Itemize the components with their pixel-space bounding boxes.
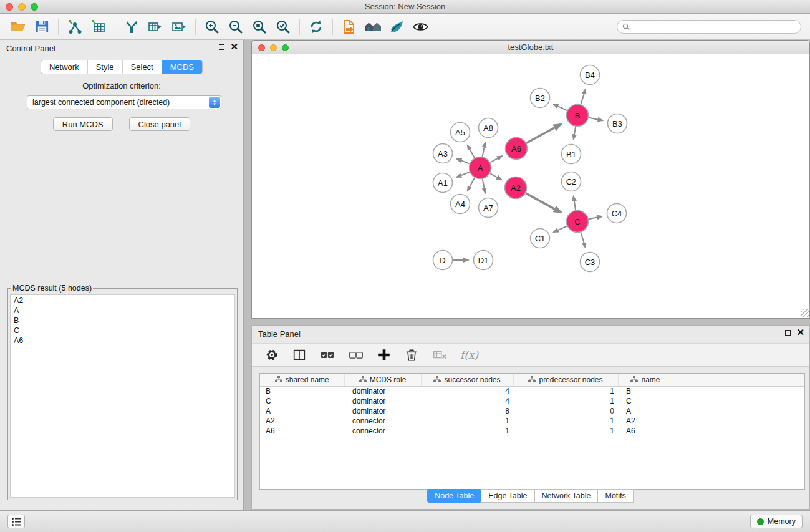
window-resize-handle[interactable] <box>801 309 809 317</box>
edge-A-A4[interactable] <box>467 178 475 191</box>
save-session-button[interactable] <box>30 16 54 37</box>
table-row[interactable]: Adominator80A <box>260 406 804 416</box>
edge-B-B3[interactable] <box>589 118 603 121</box>
column-header-successor-nodes[interactable]: successor nodes <box>421 374 513 386</box>
add-column-button[interactable] <box>377 347 392 362</box>
table-row[interactable]: Cdominator41C <box>260 396 804 406</box>
minimize-window-icon[interactable] <box>18 3 26 11</box>
node-A5[interactable]: A5 <box>451 123 470 142</box>
node-D1[interactable]: D1 <box>474 251 493 270</box>
node-A4[interactable]: A4 <box>451 195 470 214</box>
task-history-button[interactable] <box>7 515 25 528</box>
run-mcds-button[interactable]: Run MCDS <box>53 117 113 131</box>
result-item[interactable]: A6 <box>11 336 234 346</box>
refresh-view-button[interactable] <box>304 16 328 37</box>
function-builder-button[interactable]: f(x) <box>460 349 478 361</box>
edge-A-A8[interactable] <box>483 142 486 157</box>
zoom-window-icon[interactable] <box>31 3 38 11</box>
close-table-panel-icon[interactable]: ✕ <box>796 329 804 336</box>
delete-row-button[interactable] <box>404 347 419 362</box>
ndex-home-button[interactable] <box>361 16 385 37</box>
result-item[interactable]: A2 <box>11 296 234 306</box>
node-table[interactable]: shared name MCDS role successor nodes pr… <box>259 373 805 490</box>
eye-toggle-button[interactable] <box>408 16 432 37</box>
node-B4[interactable]: B4 <box>581 65 600 85</box>
node-C[interactable]: C <box>567 211 589 233</box>
edge-B-B1[interactable] <box>574 127 576 140</box>
edge-A-A6[interactable] <box>490 156 502 162</box>
network-canvas[interactable]: B4B2BB3A8A5A6A3B1AC2A1A2A4A7C4CC1C3DD1 <box>252 54 809 318</box>
edge-B-B2[interactable] <box>553 104 567 110</box>
node-C2[interactable]: C2 <box>562 172 581 191</box>
memory-button[interactable]: Memory <box>750 515 803 528</box>
node-A[interactable]: A <box>470 157 491 179</box>
column-header-name[interactable]: name <box>618 374 673 386</box>
select-all-button[interactable] <box>319 347 335 362</box>
float-table-panel-icon[interactable] <box>785 330 791 336</box>
tab-select[interactable]: Select <box>123 60 162 74</box>
edge-A2-C[interactable] <box>526 193 561 213</box>
close-window-icon[interactable] <box>6 3 13 11</box>
export-image-button[interactable] <box>167 16 191 37</box>
node-B2[interactable]: B2 <box>531 89 550 108</box>
edge-C-C2[interactable] <box>574 196 576 210</box>
export-table-button[interactable] <box>143 16 167 37</box>
result-item[interactable]: C <box>11 326 234 336</box>
import-network-button[interactable] <box>63 16 87 37</box>
table-row[interactable]: Bdominator41B <box>260 386 804 396</box>
network-close-icon[interactable] <box>258 44 265 51</box>
show-columns-button[interactable] <box>292 347 307 362</box>
close-panel-icon[interactable]: ✕ <box>230 43 238 51</box>
criterion-dropdown[interactable]: largest connected component (directed) ▲… <box>27 95 221 109</box>
analyzer-button[interactable] <box>385 16 408 37</box>
result-item[interactable]: A <box>11 306 234 316</box>
node-A2[interactable]: A2 <box>505 177 527 199</box>
node-D[interactable]: D <box>433 251 453 270</box>
zoom-selected-button[interactable] <box>271 16 295 37</box>
node-C3[interactable]: C3 <box>581 253 600 272</box>
column-header-mcds-role[interactable]: MCDS role <box>344 374 421 386</box>
edge-A-A5[interactable] <box>468 145 475 158</box>
edge-A-A1[interactable] <box>456 172 470 177</box>
deselect-all-button[interactable] <box>348 347 364 362</box>
table-settings-button[interactable] <box>264 347 279 362</box>
tab-node-table[interactable]: Node Table <box>427 489 481 503</box>
node-A1[interactable]: A1 <box>433 173 453 193</box>
column-header-predecessor-nodes[interactable]: predecessor nodes <box>513 374 618 386</box>
search-input[interactable] <box>633 22 796 31</box>
edge-A6-B[interactable] <box>526 124 561 143</box>
edge-A-A2[interactable] <box>490 173 502 180</box>
edge-C-C4[interactable] <box>589 216 602 220</box>
edge-B-B4[interactable] <box>581 89 586 105</box>
mcds-result-list[interactable]: A2ABCA6 <box>10 294 235 498</box>
export-network-button[interactable] <box>120 16 143 37</box>
network-zoom-icon[interactable] <box>282 44 289 51</box>
result-item[interactable]: B <box>11 316 234 326</box>
network-minimize-icon[interactable] <box>270 44 277 51</box>
tab-style[interactable]: Style <box>88 60 123 74</box>
edge-C-C3[interactable] <box>581 233 586 248</box>
tab-network-table[interactable]: Network Table <box>534 489 599 503</box>
node-C4[interactable]: C4 <box>607 204 627 223</box>
column-header-shared-name[interactable]: shared name <box>260 374 344 386</box>
node-A6[interactable]: A6 <box>506 138 528 160</box>
zoom-in-button[interactable] <box>200 16 224 37</box>
delete-column-button[interactable] <box>432 347 448 362</box>
table-row[interactable]: A6connector11A6 <box>260 426 804 436</box>
node-B[interactable]: B <box>567 105 589 127</box>
zoom-out-button[interactable] <box>224 16 248 37</box>
import-table-button[interactable] <box>87 16 110 37</box>
node-A3[interactable]: A3 <box>433 144 453 163</box>
tab-network[interactable]: Network <box>41 60 88 74</box>
open-session-button[interactable] <box>6 16 30 37</box>
node-C1[interactable]: C1 <box>531 229 550 248</box>
zoom-fit-button[interactable] <box>248 16 271 37</box>
node-B1[interactable]: B1 <box>562 145 581 164</box>
edge-A-A7[interactable] <box>483 179 486 193</box>
tab-motifs[interactable]: Motifs <box>597 489 633 503</box>
tab-edge-table[interactable]: Edge Table <box>481 489 534 503</box>
table-row[interactable]: A2connector11A2 <box>260 416 804 426</box>
edge-A-A3[interactable] <box>456 158 470 163</box>
node-A8[interactable]: A8 <box>479 118 498 138</box>
node-A7[interactable]: A7 <box>479 198 498 218</box>
